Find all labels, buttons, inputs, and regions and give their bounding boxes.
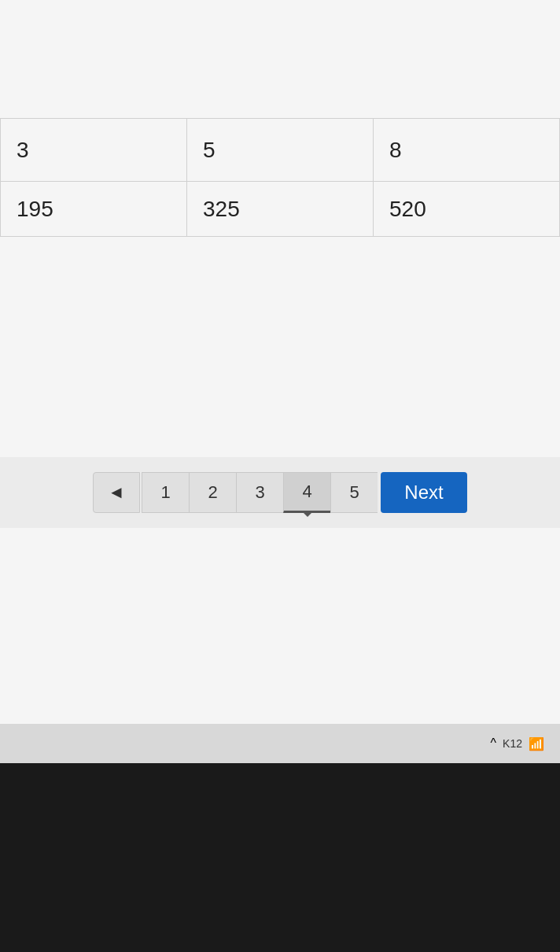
table-row: 3 5 8 <box>1 119 560 182</box>
page-5-button[interactable]: 5 <box>330 472 378 513</box>
cell-r1-c1: 3 <box>1 119 187 182</box>
pagination-bar: ◄ 1 2 3 4 5 Next <box>0 457 560 528</box>
cell-r1-c2: 5 <box>187 119 374 182</box>
page-4-button[interactable]: 4 <box>283 472 330 513</box>
cell-r2-c2: 325 <box>187 182 374 237</box>
system-tray-label: K12 <box>503 737 522 750</box>
table-row: 195 325 520 <box>1 182 560 237</box>
page-3-button[interactable]: 3 <box>236 472 283 513</box>
wifi-icon: 📶 <box>529 736 544 751</box>
cell-r1-c3: 8 <box>374 119 560 182</box>
bottom-bar: ^ K12 📶 <box>0 724 560 763</box>
page-1-button[interactable]: 1 <box>142 472 189 513</box>
data-table: 3 5 8 195 325 520 <box>0 118 560 237</box>
main-content: 3 5 8 195 325 520 ◄ 1 2 3 4 5 Next <box>0 0 560 724</box>
next-button[interactable]: Next <box>381 472 467 513</box>
table-area: 3 5 8 195 325 520 <box>0 0 560 237</box>
empty-area <box>0 237 560 457</box>
page-numbers-group: 1 2 3 4 5 <box>142 472 378 513</box>
cell-r2-c1: 195 <box>1 182 187 237</box>
prev-button[interactable]: ◄ <box>93 472 140 513</box>
black-area <box>0 763 560 952</box>
cell-r2-c3: 520 <box>374 182 560 237</box>
chevron-icon: ^ <box>491 736 497 751</box>
page-2-button[interactable]: 2 <box>189 472 236 513</box>
